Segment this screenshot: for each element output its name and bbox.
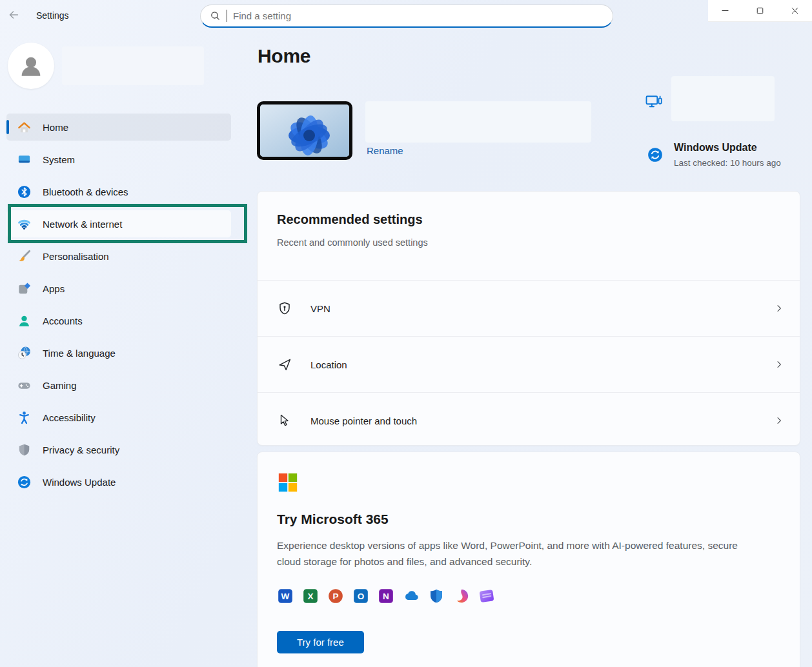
personalisation-icon [17,249,32,264]
maximize-icon[interactable] [743,0,778,21]
sidebar-item-bluetooth-devices[interactable]: Bluetooth & devices [6,178,231,205]
sidebar-item-label: Privacy & security [43,444,119,455]
sidebar-item-label: Network & internet [43,219,122,230]
sidebar-item-privacy-security[interactable]: Privacy & security [6,436,231,463]
search-input[interactable] [233,10,604,21]
connected-devices-icon [644,92,664,112]
recommended-settings-title: Recommended settings [277,212,780,227]
bluetooth-icon [17,184,32,199]
microsoft-365-title: Try Microsoft 365 [277,512,780,527]
sidebar-nav: Home System Bluetooth & devices Network … [6,114,231,501]
search-box[interactable] [200,5,613,28]
microsoft-365-app-icons: WXPON [277,588,780,604]
svg-text:W: W [281,592,290,601]
onenote-icon: N [378,588,394,604]
time-language-icon [17,346,32,361]
accounts-icon [17,314,32,328]
privacy-icon [17,443,32,457]
recommended-settings-card: Recommended settings Recent and commonly… [257,191,800,446]
search-icon [210,10,221,21]
sidebar-item-label: Home [43,122,68,133]
sidebar-item-personalisation[interactable]: Personalisation [6,243,231,270]
app-title: Settings [36,10,69,21]
recommended-settings-subtitle: Recent and commonly used settings [277,237,780,248]
sidebar-item-system[interactable]: System [6,146,231,173]
powerpoint-icon: P [327,588,344,604]
sidebar: Home System Bluetooth & devices Network … [0,28,247,667]
outlook-icon: O [352,588,369,604]
main-content: Home Rename Windows Update Last checked:… [257,28,800,667]
sidebar-item-label: Accessibility [43,412,96,423]
svg-text:O: O [358,592,365,601]
sidebar-item-label: Personalisation [43,251,109,262]
back-button[interactable] [6,8,21,22]
network-icon [17,217,32,232]
sidebar-item-apps[interactable]: Apps [6,275,231,302]
system-icon [17,152,32,167]
clipchamp-icon [478,588,495,604]
selected-indicator-pill [6,120,9,134]
page-title: Home [258,45,310,67]
sidebar-item-windows-update[interactable]: Windows Update [6,468,231,495]
sidebar-item-label: Accounts [43,315,83,326]
microsoft-365-description: Experience desktop versions of apps like… [277,537,758,570]
excel-icon: X [302,588,319,604]
sidebar-item-accessibility[interactable]: Accessibility [6,404,231,431]
sidebar-item-time-language[interactable]: Time & language [6,339,231,366]
update-icon [17,475,32,490]
recommended-row-mouse-pointer-touch[interactable]: Mouse pointer and touch [258,392,800,448]
sidebar-item-label: Bluetooth & devices [43,186,128,197]
minimize-icon[interactable] [708,0,743,21]
accessibility-icon [17,410,32,425]
apps-icon [17,281,32,296]
mouse-touch-icon [277,413,292,428]
chevron-right-icon [774,359,784,370]
svg-text:N: N [383,592,389,601]
recommended-settings-header: Recommended settings Recent and commonly… [258,192,800,280]
sidebar-item-label: Windows Update [43,477,116,488]
location-icon [277,357,292,372]
update-status-title: Windows Update [674,142,757,154]
sidebar-item-label: Apps [43,283,65,294]
home-icon [17,120,32,135]
sidebar-item-gaming[interactable]: Gaming [6,372,231,399]
windows-update-icon [647,146,664,163]
update-status-subtitle: Last checked: 10 hours ago [674,158,781,168]
rename-link[interactable]: Rename [367,145,403,156]
try-for-free-button[interactable]: Try for free [277,631,364,653]
window-controls [708,0,812,22]
profile-name-placeholder [62,46,204,85]
vpn-shield-icon [277,301,292,316]
copilot-icon [453,588,470,604]
device-thumbnail [257,101,352,160]
defender-icon [428,588,445,604]
recommended-row-location[interactable]: Location [258,336,800,392]
text-caret [227,10,227,22]
chevron-right-icon [774,303,784,314]
sidebar-item-network-internet[interactable]: Network & internet [6,210,231,237]
sidebar-item-label: System [43,154,75,165]
sidebar-item-label: Gaming [43,380,77,391]
device-name-placeholder [365,101,591,143]
microsoft-logo [277,472,299,493]
sidebar-item-label: Time & language [43,348,116,359]
word-icon: W [277,588,294,604]
sidebar-item-home[interactable]: Home [6,114,231,141]
gaming-icon [17,378,32,393]
close-icon[interactable] [777,0,812,21]
microsoft-365-card: Try Microsoft 365 Experience desktop ver… [257,452,800,667]
sidebar-item-accounts[interactable]: Accounts [6,307,231,334]
recommended-row-vpn[interactable]: VPN [258,280,800,336]
svg-text:X: X [307,592,313,601]
recommended-rows: VPN Location Mouse pointer and touch [258,280,800,448]
device-status-placeholder [671,76,775,121]
svg-text:P: P [332,592,338,601]
onedrive-icon [403,588,420,604]
chevron-right-icon [774,415,784,426]
avatar[interactable] [8,43,54,89]
